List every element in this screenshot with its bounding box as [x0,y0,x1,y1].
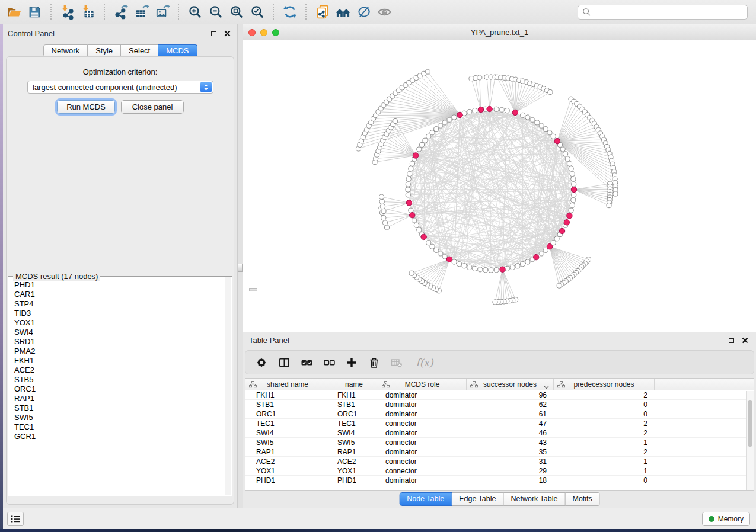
column-header-mcds-role[interactable]: MCDS role [378,379,467,390]
float-table-panel-icon[interactable] [728,336,735,344]
mcds-result-item[interactable]: STP4 [9,299,224,309]
tab-network[interactable]: Network [43,44,88,57]
table-cell[interactable]: connector [378,466,467,475]
eye-icon[interactable] [374,3,395,21]
mcds-result-item[interactable]: ACE2 [9,366,224,375]
table-cell[interactable]: dominator [378,390,467,399]
table-scrollbar[interactable] [746,391,754,490]
table-cell[interactable]: TEC1 [245,419,330,428]
import-network-icon[interactable] [57,3,78,21]
table-row[interactable]: SWI5SWI5connector431 [245,438,754,447]
table-cell[interactable]: SWI5 [245,438,330,447]
column-header-name[interactable]: name [330,379,378,390]
table-cell[interactable]: RAP1 [330,447,378,456]
table-row[interactable]: YOX1YOX1connector291 [245,466,754,476]
hide-graphics-details-icon[interactable] [353,3,374,21]
table-row[interactable]: TEC1TEC1connector472 [245,419,754,428]
canvas-splitter-handle[interactable] [249,288,257,291]
table-row[interactable]: RAP1RAP1dominator352 [245,447,754,457]
table-cell[interactable]: ACE2 [245,457,330,466]
table-cell[interactable]: dominator [378,447,467,456]
splitter-handle-icon[interactable] [238,264,243,272]
table-cell[interactable]: 47 [467,419,554,428]
table-cell[interactable]: dominator [378,476,467,485]
mcds-result-scrollbar[interactable] [225,277,231,495]
table-cell[interactable]: SWI5 [330,438,378,447]
table-cell[interactable]: 0 [554,476,655,485]
table-cell[interactable]: 2 [554,428,655,437]
column-header-shared-name[interactable]: shared name [245,379,330,390]
table-cell[interactable]: 96 [467,390,554,399]
mcds-result-item[interactable]: PMA2 [9,347,224,356]
settings-gear-icon[interactable] [255,356,268,369]
export-table-icon[interactable] [131,3,152,21]
table-cell[interactable]: dominator [378,409,467,418]
tab-mcds[interactable]: MCDS [158,44,197,57]
table-cell[interactable]: 1 [554,466,655,475]
panel-splitter[interactable] [237,24,243,508]
close-panel-button[interactable]: Close panel [121,100,184,114]
optimization-criterion-select[interactable]: largest connected component (undirected) [27,81,213,94]
table-tab-network-table[interactable]: Network Table [504,492,566,506]
network-canvas[interactable] [243,40,756,332]
show-columns-icon[interactable] [277,356,291,369]
mcds-result-item[interactable]: RAP1 [9,394,224,403]
table-row[interactable]: PHD1PHD1dominator180 [245,476,754,485]
table-scrollbar-thumb[interactable] [748,400,752,447]
export-image-icon[interactable] [152,3,173,21]
table-cell[interactable]: RAP1 [245,447,330,456]
document-network-icon[interactable] [312,3,333,21]
table-cell[interactable]: ACE2 [330,457,378,466]
mcds-result-item[interactable]: SWI4 [9,328,224,337]
table-cell[interactable]: STB1 [330,400,378,409]
table-cell[interactable]: connector [378,438,467,447]
table-cell[interactable]: 2 [554,419,655,428]
table-cell[interactable]: FKH1 [330,390,378,399]
deselect-all-icon[interactable] [323,356,336,369]
mcds-result-item[interactable]: FKH1 [9,356,224,366]
close-table-panel-icon[interactable] [741,336,749,344]
table-cell[interactable]: FKH1 [245,390,330,399]
table-cell[interactable]: 61 [467,409,554,418]
mcds-result-item[interactable]: CAR1 [9,290,224,299]
table-cell[interactable]: TEC1 [330,419,378,428]
table-row[interactable]: ACE2ACE2connector311 [245,457,754,466]
table-cell[interactable]: connector [378,457,467,466]
table-cell[interactable]: YOX1 [245,466,330,475]
run-mcds-button[interactable]: Run MCDS [57,100,115,114]
column-header-successor-nodes[interactable]: successor nodes [467,379,554,390]
table-cell[interactable]: 29 [467,466,554,475]
zoom-fit-icon[interactable] [226,3,247,21]
table-cell[interactable]: connector [378,419,467,428]
table-cell[interactable]: ORC1 [245,409,330,418]
export-network-icon[interactable] [110,3,131,21]
table-cell[interactable]: 2 [554,390,655,399]
memory-button[interactable]: Memory [702,512,750,526]
table-cell[interactable]: 0 [554,400,655,409]
table-cell[interactable]: 18 [467,476,554,485]
status-list-button[interactable] [7,512,24,526]
save-session-icon[interactable] [24,3,45,21]
table-cell[interactable]: PHD1 [245,476,330,485]
mcds-result-item[interactable]: TID3 [9,309,224,318]
table-cell[interactable]: 2 [554,447,655,456]
table-cell[interactable]: YOX1 [330,466,378,475]
table-cell[interactable]: dominator [378,400,467,409]
refresh-layout-icon[interactable] [279,3,300,21]
table-cell[interactable]: 1 [554,457,655,466]
add-icon[interactable] [345,356,358,369]
mcds-result-item[interactable]: YOX1 [9,318,224,328]
table-cell[interactable]: STB1 [245,400,330,409]
float-panel-icon[interactable] [210,30,218,37]
zoom-out-icon[interactable] [205,3,226,21]
table-row[interactable]: ORC1ORC1dominator610 [245,409,754,419]
zoom-in-icon[interactable] [184,3,205,21]
table-cell[interactable]: 0 [554,409,655,418]
table-cell[interactable]: SWI4 [245,428,330,437]
delete-icon[interactable] [368,356,381,369]
table-cell[interactable]: 31 [467,457,554,466]
mcds-result-item[interactable]: SRD1 [9,337,224,347]
search-input[interactable] [594,8,747,17]
select-all-icon[interactable] [300,356,313,369]
table-row[interactable]: SWI4SWI4dominator462 [245,428,754,438]
